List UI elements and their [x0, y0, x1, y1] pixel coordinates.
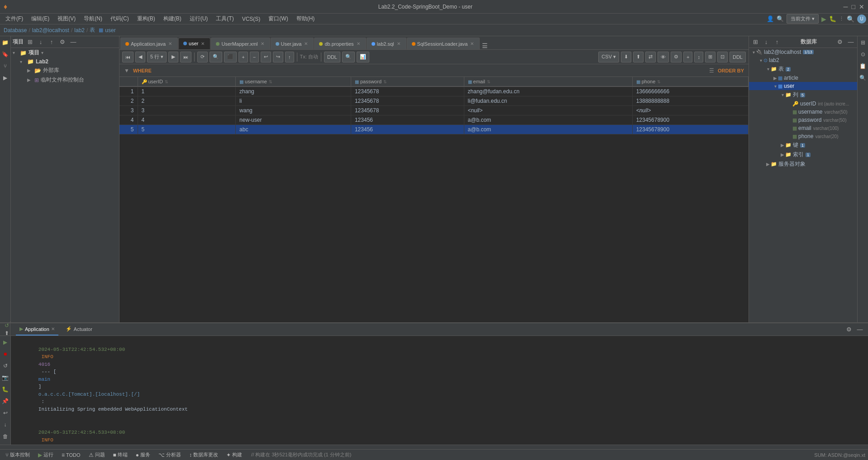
cell-userid-5[interactable]: 5 [138, 125, 236, 134]
left-icon-git[interactable]: ⑂ [1, 62, 10, 71]
cell-userid-1[interactable]: 1 [138, 86, 236, 96]
menu-file[interactable]: 文件(F) [2, 14, 27, 24]
search2-btn[interactable]: 🔍 [342, 52, 355, 62]
table-row[interactable]: 55abc123456a@b.com12345678900 [119, 125, 749, 134]
rp-icon-2[interactable]: ⊙ [858, 50, 868, 59]
cell-userid-2[interactable]: 2 [138, 96, 236, 106]
left-icon-run[interactable]: ▶ [1, 73, 10, 82]
table-row[interactable]: 22li12345678li@fudan.edu.cn13888888888 [119, 96, 749, 106]
cell-username-1[interactable]: zhang [236, 86, 351, 96]
bt-problems[interactable]: ⚠ 问题 [86, 450, 108, 460]
run-tab-actuator[interactable]: ⚡ Actuator [62, 323, 96, 335]
db-tree-server-objects[interactable]: ▶ 📁 服务器对象 [749, 159, 857, 169]
tab-close-lab2sql[interactable]: ✕ [396, 41, 401, 47]
bt-db-changes[interactable]: ↕ 数据库更改 [186, 450, 221, 460]
cell-password-1[interactable]: 12345678 [351, 86, 464, 96]
run-panel-up[interactable]: ⬆ [5, 330, 9, 336]
db-tree-user[interactable]: ▾ ▦ user [749, 82, 857, 90]
sidebar-item-scratch[interactable]: ▶ ⊞ 临时文件和控制台 [11, 75, 119, 85]
tab-db-properties[interactable]: db.properties ✕ [314, 38, 366, 49]
tab-sqlsessionloader[interactable]: SqlSessionLoader.java ✕ [407, 38, 480, 49]
menu-window[interactable]: 窗口(W) [265, 14, 291, 24]
cell-password-2[interactable]: 12345678 [351, 96, 464, 106]
db-tree-keys-folder[interactable]: ▶ 📁 键 1 [749, 140, 857, 150]
run-icon-wrap[interactable]: ↩ [1, 408, 10, 417]
delete-row-btn[interactable]: − [250, 52, 259, 62]
tab-application-java[interactable]: Application.java ✕ [120, 38, 178, 49]
nav-last-btn[interactable]: ⏭ [180, 52, 191, 62]
minimize-button[interactable]: ─ [844, 3, 848, 10]
breadcrumb-localhost[interactable]: lab2@localhost [32, 27, 69, 34]
col-header-phone[interactable]: ▦phone⇅ [632, 77, 748, 86]
run-icon-scroll[interactable]: ↓ [1, 420, 10, 429]
cell-email-5[interactable]: a@b.com [464, 125, 632, 134]
settings-btn[interactable]: ⚙ [671, 52, 682, 62]
tab-close-user[interactable]: ✕ [200, 41, 205, 46]
cell-email-3[interactable]: <null> [464, 106, 632, 115]
table-row[interactable]: 44new-user123456a@b.com12345678900 [119, 115, 749, 125]
rp-icon-4[interactable]: 🔍 [858, 73, 868, 82]
toolbar-icon-2[interactable]: 🔍 [777, 15, 784, 22]
refresh-btn[interactable]: ⟳ [197, 52, 208, 62]
col-header-password[interactable]: ▦password⇅ [351, 77, 464, 86]
run-btn[interactable]: ▶ [821, 15, 826, 23]
user-avatar[interactable]: U [857, 14, 866, 24]
run-icon-debug[interactable]: 🐛 [1, 385, 10, 394]
db-tree-col-username[interactable]: ▦ username varchar(50) [749, 108, 857, 116]
cell-username-3[interactable]: wang [236, 106, 351, 115]
rp-icon-1[interactable]: ⊞ [858, 38, 868, 47]
sidebar-toolbar-close[interactable]: — [69, 38, 78, 47]
sidebar-toolbar-icon2[interactable]: ↓ [36, 38, 45, 47]
sidebar-toolbar-settings[interactable]: ⚙ [58, 38, 67, 47]
breadcrumb-lab2[interactable]: lab2 [74, 27, 85, 34]
toolbar-search[interactable]: 🔍 [847, 15, 854, 23]
sidebar-toolbar-icon1[interactable]: ⊞ [25, 38, 34, 47]
run-icon-pin[interactable]: 📌 [1, 397, 10, 406]
page-size-btn[interactable]: 5 行 ▾ [147, 52, 167, 62]
more-run-btn[interactable]: ⋮ [839, 16, 844, 22]
bt-version-control[interactable]: ⑂ 版本控制 [3, 450, 33, 460]
bt-todo[interactable]: ≡ TODO [59, 450, 83, 460]
debug-btn[interactable]: 🐛 [829, 15, 836, 22]
sidebar-item-external-libs[interactable]: ▶ 📂 外部库 [11, 66, 119, 75]
db-tree-lab2[interactable]: ▾ ⊙ lab2 [749, 56, 857, 64]
run-scrollbar[interactable] [0, 445, 868, 449]
cell-password-3[interactable]: 12345678 [351, 106, 464, 115]
left-icon-bookmark[interactable]: 🔖 [1, 50, 10, 59]
db-expand-all[interactable]: ⊞ [751, 38, 760, 47]
stop-btn[interactable]: ⬛ [224, 52, 237, 62]
grid-btn[interactable]: ⊞ [705, 52, 715, 62]
run-tab-application[interactable]: ▶ Application ✕ [16, 323, 58, 335]
run-ctrl-settings[interactable]: ⚙ [844, 325, 854, 334]
tab-user-table[interactable]: user ✕ [178, 38, 210, 49]
menu-view[interactable]: 视图(V) [54, 14, 79, 24]
menu-help[interactable]: 帮助(H) [293, 14, 319, 24]
menu-navigate[interactable]: 导航(N) [80, 14, 106, 24]
rp-icon-3[interactable]: 📋 [858, 62, 868, 71]
db-sort[interactable]: ↑ [773, 38, 782, 47]
cell-userid-3[interactable]: 3 [138, 106, 236, 115]
submit-btn[interactable]: ↪ [273, 52, 283, 62]
cell-email-2[interactable]: li@fudan.edu.cn [464, 96, 632, 106]
tab-lab2-sql[interactable]: lab2.sql ✕ [367, 38, 406, 49]
menu-edit[interactable]: 编辑(E) [28, 14, 53, 24]
chart-btn[interactable]: 📊 [357, 52, 369, 62]
db-settings[interactable]: ⚙ [835, 38, 844, 47]
tab-close-sqlsession[interactable]: ✕ [469, 41, 475, 47]
menu-vcs[interactable]: VCS(S) [238, 15, 264, 23]
run-ctrl-minimize[interactable]: — [855, 325, 864, 334]
cell-phone-1[interactable]: 13666666666 [632, 86, 748, 96]
tab-user-java[interactable]: User.java ✕ [271, 38, 314, 49]
tab-close-userjava[interactable]: ✕ [303, 41, 309, 47]
add-row-btn[interactable]: + [238, 52, 248, 62]
cell-username-5[interactable]: abc [236, 125, 351, 134]
menu-code[interactable]: 代码(C) [107, 14, 133, 24]
tab-close-dbprops[interactable]: ✕ [356, 41, 361, 47]
grid2-btn[interactable]: ⊡ [717, 52, 728, 62]
bt-profiler[interactable]: ⌥ 分析器 [156, 450, 184, 460]
db-tree-col-password[interactable]: ▦ password varchar(50) [749, 116, 857, 124]
cell-password-5[interactable]: 123456 [351, 125, 464, 134]
run-icon-trash[interactable]: 🗑 [1, 432, 10, 441]
db-tree-col-email[interactable]: ▦ email varchar(100) [749, 124, 857, 132]
cell-phone-3[interactable]: <null> [632, 106, 748, 115]
